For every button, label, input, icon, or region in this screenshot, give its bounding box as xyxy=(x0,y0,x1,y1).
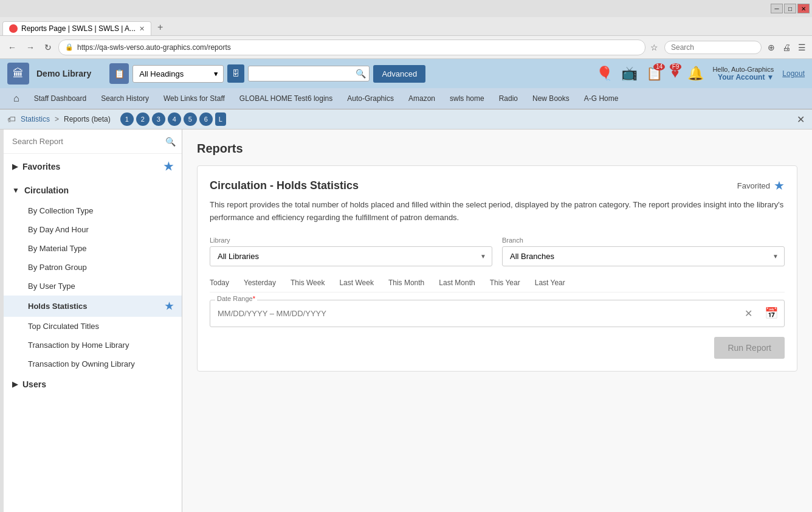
search-submit-button[interactable]: 🔍 xyxy=(356,69,366,78)
nav-ag-home[interactable]: A-G Home xyxy=(577,89,626,108)
date-tab-last-month[interactable]: Last Month xyxy=(439,278,475,287)
browser-titlebar: ─ □ ✕ xyxy=(0,0,812,17)
forward-button[interactable]: → xyxy=(23,41,38,54)
nav-staff-dashboard[interactable]: Staff Dashboard xyxy=(27,89,94,108)
extensions-button[interactable]: ⊕ xyxy=(766,41,776,54)
sidebar-favorites-header[interactable]: ▶ Favorites ★ xyxy=(4,154,182,179)
date-tab-last-week[interactable]: Last Week xyxy=(339,278,373,287)
breadcrumb-tab-l[interactable]: L xyxy=(215,112,226,126)
circulation-chevron-icon: ▼ xyxy=(12,186,19,195)
report-favorited-star-icon[interactable]: ★ xyxy=(774,178,785,193)
close-button[interactable]: ✕ xyxy=(797,4,810,13)
advanced-search-button[interactable]: Advanced xyxy=(373,65,425,83)
content-area: Reports Circulation - Holds Statistics F… xyxy=(182,130,812,512)
breadcrumb-close-button[interactable]: ✕ xyxy=(797,114,805,125)
nav-new-books[interactable]: New Books xyxy=(525,89,577,108)
breadcrumb-tab-4[interactable]: 4 xyxy=(168,112,181,126)
maximize-button[interactable]: □ xyxy=(784,4,796,13)
report-title: Circulation - Holds Statistics xyxy=(210,179,359,192)
sidebar-search-input[interactable] xyxy=(10,134,165,148)
sidebar-item-by-day-and-hour[interactable]: By Day And Hour xyxy=(4,220,182,239)
browser-tab-active[interactable]: Reports Page | SWLS | SWLS | A... ✕ xyxy=(2,21,151,35)
search-container: 📋 All Headings Keyword Title ▼ 🗄 🔍 Advan… xyxy=(109,63,425,84)
page-title: Reports xyxy=(197,142,797,156)
nav-auto-graphics[interactable]: Auto-Graphics xyxy=(340,89,401,108)
date-tab-today[interactable]: Today xyxy=(210,278,229,287)
nav-swls-home[interactable]: swls home xyxy=(442,89,492,108)
print-button[interactable]: 🖨 xyxy=(781,41,792,54)
date-range-input[interactable] xyxy=(210,300,738,327)
library-select[interactable]: All Libraries xyxy=(210,246,492,266)
bookmark-button[interactable]: ☆ xyxy=(649,41,659,54)
search-type-select[interactable]: All Headings Keyword Title xyxy=(132,65,224,83)
search-input-wrapper: 🔍 xyxy=(248,66,370,81)
minimize-button[interactable]: ─ xyxy=(771,4,783,13)
back-button[interactable]: ← xyxy=(5,41,19,54)
nav-web-links[interactable]: Web Links for Staff xyxy=(156,89,232,108)
date-range-label: Date Range* xyxy=(215,295,257,302)
more-button[interactable]: ☰ xyxy=(797,41,807,54)
refresh-button[interactable]: ↻ xyxy=(41,41,55,54)
transaction-home-library-label: Transaction by Home Library xyxy=(28,341,129,350)
db-icon[interactable]: 🗄 xyxy=(227,64,244,83)
search-type-wrapper: All Headings Keyword Title ▼ xyxy=(132,65,224,83)
address-bar[interactable]: 🔒 https://qa-swls-verso.auto-graphics.co… xyxy=(58,40,645,55)
browser-toolbar: ← → ↻ 🔒 https://qa-swls-verso.auto-graph… xyxy=(0,35,812,58)
sidebar-section-circulation: ▼ Circulation By Collection Type By Day … xyxy=(4,179,182,373)
branch-select[interactable]: All Branches xyxy=(502,246,785,266)
date-tab-last-year[interactable]: Last Year xyxy=(535,278,565,287)
hot-air-balloon-icon-button[interactable]: 🎈 xyxy=(596,66,613,81)
favorites-chevron-icon: ▶ xyxy=(12,162,18,171)
sidebar-item-by-patron-group[interactable]: By Patron Group xyxy=(4,258,182,277)
nav-amazon[interactable]: Amazon xyxy=(401,89,442,108)
app-header: 🏛 Demo Library 📋 All Headings Keyword Ti… xyxy=(0,59,812,88)
security-icon: 🔒 xyxy=(65,43,74,51)
nav-radio[interactable]: Radio xyxy=(492,89,525,108)
breadcrumb-tab-5[interactable]: 5 xyxy=(184,112,197,126)
date-tab-this-month[interactable]: This Month xyxy=(388,278,424,287)
run-report-button[interactable]: Run Report xyxy=(714,337,785,359)
logout-button[interactable]: Logout xyxy=(782,69,805,78)
date-tab-yesterday[interactable]: Yesterday xyxy=(244,278,276,287)
browser-search-input[interactable] xyxy=(664,41,762,54)
sidebar-item-transaction-owning-library[interactable]: Transaction by Owning Library xyxy=(4,355,182,373)
breadcrumb-tab-6[interactable]: 6 xyxy=(199,112,213,126)
heart-icon-area: ♥ F9 xyxy=(671,66,679,81)
sidebar-users-header[interactable]: ▶ Users xyxy=(4,373,182,395)
sidebar-item-transaction-home-library[interactable]: Transaction by Home Library xyxy=(4,336,182,355)
sidebar-item-holds-statistics[interactable]: Holds Statistics ★ xyxy=(4,296,182,317)
favorites-star-icon[interactable]: ★ xyxy=(163,160,173,173)
nav-global-home[interactable]: GLOBAL HOME Test6 logins xyxy=(232,89,340,108)
catalog-icon-button[interactable]: 📺 xyxy=(621,66,638,81)
date-range-clear-button[interactable]: ✕ xyxy=(738,302,759,325)
user-info: Hello, Auto-Graphics Your Account ▼ xyxy=(712,66,774,81)
breadcrumb-tab-3[interactable]: 3 xyxy=(152,112,165,126)
your-account-button[interactable]: Your Account ▼ xyxy=(718,73,774,81)
notification-bell-button[interactable]: 🔔 xyxy=(687,66,704,81)
holds-statistics-star-icon[interactable]: ★ xyxy=(165,300,173,312)
date-range-calendar-button[interactable]: 📅 xyxy=(759,300,784,326)
branch-select-wrapper: All Branches ▼ xyxy=(502,246,785,266)
nav-search-history[interactable]: Search History xyxy=(94,89,156,108)
search-type-icon: 📋 xyxy=(109,63,129,84)
new-tab-button[interactable]: + xyxy=(153,19,168,35)
sidebar-item-top-circulated-titles[interactable]: Top Circulated Titles xyxy=(4,317,182,336)
sidebar-circulation-header[interactable]: ▼ Circulation xyxy=(4,179,182,201)
breadcrumb-tab-1[interactable]: 1 xyxy=(120,112,134,126)
breadcrumb-tab-2[interactable]: 2 xyxy=(136,112,150,126)
branch-label: Branch xyxy=(502,237,785,244)
sidebar-search-button[interactable]: 🔍 xyxy=(165,137,176,147)
date-tab-this-year[interactable]: This Year xyxy=(490,278,520,287)
tab-close-button[interactable]: ✕ xyxy=(139,25,145,33)
date-tab-this-week[interactable]: This Week xyxy=(291,278,325,287)
sidebar-item-by-user-type[interactable]: By User Type xyxy=(4,277,182,296)
breadcrumb-statistics-link[interactable]: Statistics xyxy=(21,115,50,123)
search-input[interactable] xyxy=(253,69,356,78)
favorites-label: Favorites xyxy=(22,162,60,171)
sidebar-item-by-material-type[interactable]: By Material Type xyxy=(4,239,182,258)
nav-home-button[interactable]: ⌂ xyxy=(6,88,27,109)
report-header: Circulation - Holds Statistics Favorited… xyxy=(210,178,785,193)
sidebar-item-by-collection-type[interactable]: By Collection Type xyxy=(4,201,182,220)
sidebar-scrollbar[interactable] xyxy=(0,130,4,512)
library-label: Library xyxy=(210,237,492,244)
